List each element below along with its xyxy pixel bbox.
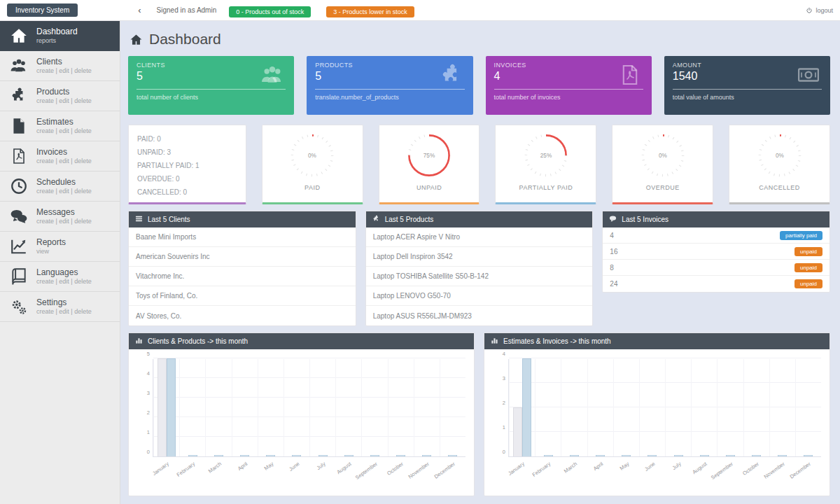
bar-products-zero (318, 455, 328, 456)
month-column-july: July (665, 359, 691, 456)
bar-invoices-zero (570, 455, 579, 456)
brand-button[interactable]: Inventory System (7, 4, 78, 17)
month-column-november: November (769, 359, 795, 456)
stat-card-invoices: INVOICES4total number of invoices (486, 56, 652, 115)
last-5-products-table: Last 5 ProductsLaptop ACER Aspire V Nitr… (365, 211, 594, 326)
sidebar-item-reports[interactable]: Reportsview (0, 232, 120, 262)
product-row: Laptop ASUS R556LJM-DM923 (366, 306, 593, 326)
svg-text:75%: 75% (424, 153, 435, 159)
last-5-invoices-table: Last 5 Invoices4partially paid16unpaid8u… (602, 211, 830, 293)
panel-title: Last 5 Clients (148, 216, 190, 223)
money-icon (795, 63, 822, 87)
product-row: Laptop LENOVO G50-70 (366, 286, 593, 306)
home-icon (10, 27, 28, 45)
signed-in-text: Signed in as Admin (157, 6, 217, 14)
stock-alert-badge[interactable]: 3 - Products lower in stock (326, 6, 414, 18)
sidebar-collapse-icon[interactable]: ‹ (138, 5, 141, 15)
product-row: Laptop Dell Inspiron 3542 (366, 247, 593, 267)
bar-products (167, 358, 176, 456)
x-axis-tick-label: December (789, 461, 812, 480)
sidebar-item-text: Dashboardreports (36, 27, 78, 45)
chart-plot: JanuaryFebruaryMarchAprilMayJuneJulyAugu… (153, 359, 465, 457)
gauge-dial: 0% (752, 128, 807, 183)
client-row: Baane Mini Imports (129, 227, 356, 247)
stat-card-footer: total number of clients (136, 94, 286, 101)
sidebar-item-products[interactable]: Productscreate | edit | delete (0, 81, 120, 111)
sidebar-item-schedules[interactable]: Schedulescreate | edit | delete (0, 172, 120, 202)
x-axis-tick-label: July (315, 461, 326, 471)
stat-card-footer: translate.number_of_products (315, 94, 464, 101)
x-axis-tick-label: October (741, 461, 760, 477)
y-axis-tick-label: 2 (489, 400, 505, 406)
stock-alert-badges: 0 - Products out of stock3 - Products lo… (229, 4, 430, 17)
x-axis-tick-label: November (763, 461, 786, 480)
x-axis-tick-label: March (563, 461, 578, 475)
bar-invoices-zero (752, 455, 761, 456)
month-column-may: May (613, 359, 639, 456)
invoice-id: 24 (610, 280, 617, 288)
svg-text:0%: 0% (776, 153, 785, 159)
sidebar-item-label: Schedules (36, 177, 92, 188)
x-axis-tick-label: August (335, 461, 352, 475)
stat-card-divider (136, 89, 286, 90)
bar-invoices-zero (674, 455, 683, 456)
book-icon (10, 267, 28, 286)
file-pdf-icon (10, 147, 28, 165)
sidebar-item-estimates[interactable]: Estimatescreate | edit | delete (0, 111, 120, 141)
bar-invoices-zero (778, 455, 787, 456)
sidebar-item-invoices[interactable]: Invoicescreate | edit | delete (0, 141, 120, 172)
sidebar-item-sublabel: create | edit | delete (36, 67, 92, 75)
y-axis-tick-label: 1 (489, 424, 505, 430)
sidebar-item-settings[interactable]: Settingscreate | edit | delete (0, 292, 120, 322)
panel-title: Clients & Products -> this month (148, 337, 248, 345)
clock-icon (10, 177, 28, 195)
invoice-status-badge: unpaid (794, 263, 822, 272)
invoice-row: 4partially paid (603, 227, 830, 244)
x-axis-tick-label: May (618, 461, 630, 472)
month-column-february: February (179, 359, 205, 456)
file-pdf-icon (617, 63, 643, 87)
month-column-march: March (561, 359, 587, 456)
sidebar-item-dashboard[interactable]: Dashboardreports (0, 21, 120, 51)
sidebar-item-languages[interactable]: Languagescreate | edit | delete (0, 262, 120, 292)
panel-header: Last 5 Clients (129, 211, 356, 227)
sidebar-item-clients[interactable]: Clientscreate | edit | delete (0, 51, 120, 81)
users-icon (259, 63, 286, 87)
bar-clients (158, 358, 167, 456)
month-column-november: November (414, 359, 440, 456)
client-row: Toys of Finland, Co. (129, 286, 356, 306)
chart-line-icon (10, 237, 28, 255)
x-axis-tick-label: August (691, 461, 708, 475)
puzzle-icon (372, 215, 380, 224)
bar-products-zero (344, 455, 354, 456)
x-axis-tick-label: June (288, 461, 300, 472)
gauge-dial: 25% (519, 128, 573, 183)
sidebar-item-label: Products (36, 87, 92, 97)
svg-text:25%: 25% (540, 153, 552, 159)
stat-card-divider (494, 89, 643, 90)
sidebar-item-text: Productscreate | edit | delete (36, 87, 92, 105)
sidebar-item-text: Clientscreate | edit | delete (36, 57, 92, 75)
x-axis-tick-label: February (176, 461, 197, 478)
y-axis-tick-label: 1 (133, 429, 150, 435)
stock-alert-badge[interactable]: 0 - Products out of stock (229, 6, 311, 18)
sidebar-item-sublabel: create | edit | delete (36, 278, 92, 286)
sidebar-item-text: Messagescreate | edit | delete (36, 207, 92, 225)
gauge-cancelled: 0%CANCELLED (729, 125, 830, 204)
x-axis-tick-label: July (671, 461, 682, 471)
month-column-june: June (639, 359, 665, 456)
y-axis-tick-label: 3 (489, 375, 505, 382)
sidebar-item-sublabel: create | edit | delete (36, 308, 92, 316)
month-column-june: June (284, 359, 309, 456)
sidebar-item-sublabel: create | edit | delete (36, 97, 92, 105)
month-column-august: August (691, 359, 717, 456)
x-axis-tick-label: February (531, 461, 552, 478)
month-column-october: October (388, 359, 414, 456)
chart-estimates-invoices-: Estimates & Invoices -> this month01234J… (484, 332, 830, 496)
sidebar-item-messages[interactable]: Messagescreate | edit | delete (0, 202, 120, 232)
sidebar-item-sublabel: create | edit | delete (36, 218, 92, 225)
sidebar-item-text: Settingscreate | edit | delete (36, 298, 92, 316)
logout-button[interactable]: logout (806, 7, 833, 14)
stat-card-divider (315, 89, 464, 90)
month-column-march: March (205, 359, 231, 456)
